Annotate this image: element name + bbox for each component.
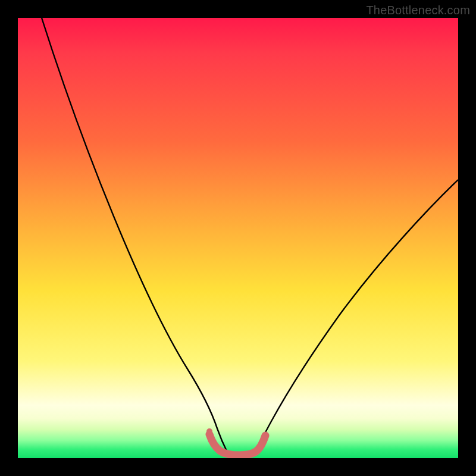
chart-frame: TheBottleneck.com [0, 0, 476, 476]
chart-svg [18, 18, 458, 458]
curve-left [42, 18, 227, 452]
marker-dot [206, 428, 212, 434]
watermark-text: TheBottleneck.com [366, 4, 470, 17]
curve-right [255, 180, 458, 452]
plot-area [18, 18, 458, 458]
valley-marker [209, 434, 265, 455]
